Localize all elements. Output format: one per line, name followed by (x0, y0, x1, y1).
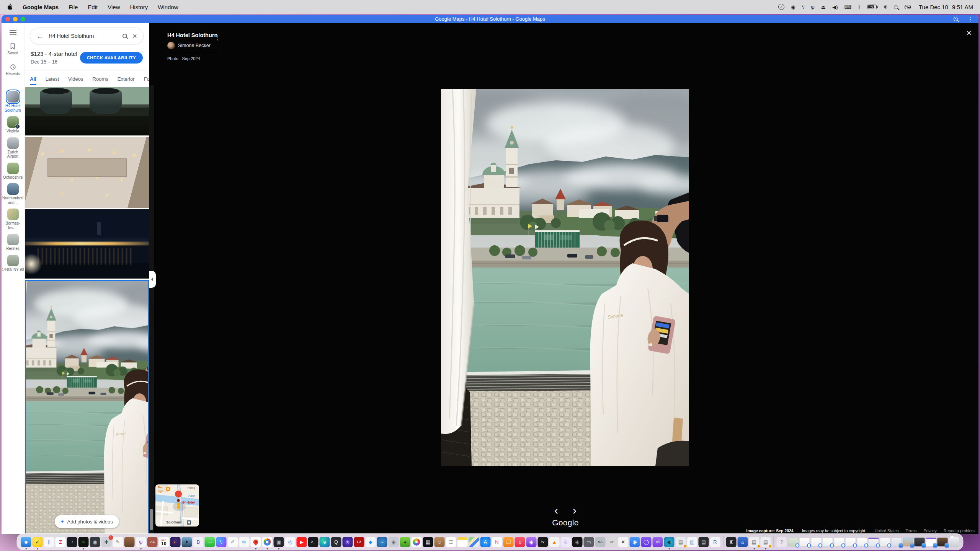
firefox-dock-icon[interactable]: ◐ (170, 537, 181, 547)
tab-food[interactable]: Food (144, 72, 149, 86)
youtube-dock-icon[interactable]: ▶ (297, 537, 307, 547)
footer-link-united-states[interactable]: United States (875, 528, 899, 533)
menu-item-view[interactable]: View (108, 4, 120, 10)
balcony-river-view-photo[interactable]: Simone (25, 280, 149, 534)
minimized-finder-window-dock-icon[interactable] (892, 538, 902, 546)
main-menu-icon[interactable] (10, 32, 16, 33)
tab-latest[interactable]: Latest (46, 72, 59, 86)
minimized-doc-window-dock-icon[interactable] (880, 538, 890, 546)
menu-item-file[interactable]: File (69, 4, 78, 10)
photo-author-row[interactable]: Simone Becker (167, 42, 218, 49)
wifi-fan-icon[interactable]: ❋ (883, 4, 887, 10)
calendar-dock-icon[interactable]: DEC10 (159, 537, 169, 547)
app-store-dock-icon[interactable]: A (480, 537, 491, 547)
check-app-dock-icon[interactable]: ✓ (33, 537, 43, 547)
keyboard-input-icon[interactable]: ⌨ (844, 4, 851, 10)
tab-videos[interactable]: Videos (68, 72, 83, 86)
app-circle-icon[interactable]: ◉ (791, 4, 795, 10)
minimized-chrome-window-dock-icon[interactable] (811, 538, 822, 546)
saved-button[interactable]: Saved (7, 43, 18, 55)
minimized-chrome-window-dock-icon[interactable] (834, 538, 844, 546)
minimized-chrome-window-dock-icon[interactable] (846, 538, 856, 546)
trash-dock-icon[interactable] (949, 537, 959, 547)
photo-list-scrollbar[interactable] (149, 85, 154, 534)
x-app-dock-icon[interactable]: ✕ (618, 537, 629, 547)
textedit-dock-icon[interactable]: ✎ (113, 537, 123, 547)
back-arrow-icon[interactable]: ← (36, 32, 43, 40)
music-dock-icon[interactable]: ♫ (515, 537, 525, 547)
hotel-atrium-photo[interactable] (25, 137, 149, 208)
r-stats-dock-icon[interactable]: R (710, 537, 720, 547)
scanner-app-dock-icon[interactable]: ▤ (699, 537, 709, 547)
figure-app-dock-icon[interactable]: ♘ (561, 537, 571, 547)
printer-utility-dock-icon[interactable]: ▤ (676, 537, 686, 547)
messages-dock-icon[interactable]: ⋯ (205, 537, 215, 547)
quicktime-dock-icon[interactable]: Q (331, 537, 341, 547)
usb-status-icon[interactable]: ψ (811, 4, 815, 10)
author-avatar[interactable] (167, 42, 175, 49)
printer-3-dock-icon[interactable]: ▤ (761, 537, 771, 547)
collapse-panel-handle[interactable] (149, 271, 156, 288)
books-dock-icon[interactable]: ❐ (503, 537, 514, 547)
messenger-dock-icon[interactable]: ϟ (216, 537, 227, 547)
styling-app-dock-icon[interactable] (124, 537, 135, 547)
control-center-icon[interactable] (905, 5, 911, 9)
google-maps-dock-icon[interactable] (251, 537, 261, 547)
bluetooth-icon[interactable]: ᛒ (858, 4, 861, 10)
diagnostics-app-dock-icon[interactable]: ✚1 (101, 537, 112, 547)
apple-maps-dock-icon[interactable] (469, 537, 479, 547)
safari-dock-icon[interactable]: ◎ (285, 537, 296, 547)
window-menu-icon[interactable]: ⋮ (968, 16, 973, 22)
minimized-art-window-dock-icon[interactable] (938, 538, 948, 546)
dictionary-2-dock-icon[interactable]: AA (595, 537, 606, 547)
menu-item-history[interactable]: History (130, 4, 148, 10)
minimized-calendar-window-dock-icon[interactable] (926, 538, 936, 546)
kindle-dock-icon[interactable]: ✦ (182, 537, 192, 547)
webcam-app-dock-icon[interactable]: ◉ (664, 537, 675, 547)
spotlight-search-icon[interactable] (894, 5, 898, 9)
measure-app-dock-icon[interactable]: ✐ (228, 537, 238, 547)
volume-icon[interactable]: ◀) (832, 4, 838, 10)
tab-all[interactable]: All (30, 72, 36, 86)
chrome-dock-icon[interactable] (262, 537, 273, 547)
minimized-chrome-window-dock-icon[interactable] (857, 538, 867, 546)
author-name[interactable]: Simone Becker (178, 43, 211, 48)
minimized-chrome-window-dock-icon[interactable] (823, 538, 833, 546)
dark-figure-app-dock-icon[interactable]: ♜ (726, 537, 737, 547)
fax-center-dock-icon[interactable]: ▥ (687, 537, 697, 547)
apple-logo-icon[interactable] (7, 3, 13, 10)
frog-app-dock-icon[interactable]: ◕ (400, 537, 410, 547)
previous-photo-button[interactable]: ‹ (549, 503, 564, 518)
openoffice-dock-icon[interactable]: ~ (377, 537, 387, 547)
recent-place-ny90[interactable]: 14408 NY-90 (2, 255, 24, 272)
zoom-app-dock-icon[interactable]: ◉ (630, 537, 640, 547)
photos-dock-icon[interactable] (412, 537, 422, 547)
apple-tv-dock-icon[interactable]: tv (538, 537, 548, 547)
eject-icon[interactable]: ⏏ (821, 4, 826, 10)
missing-app-dock-icon[interactable]: ? (777, 537, 787, 547)
mail-dock-icon[interactable]: ✉ (239, 537, 250, 547)
shortcuts-bolt-icon[interactable]: ϟ (802, 4, 805, 10)
battery-charging-icon[interactable]: ϟ (867, 5, 877, 9)
menu-item-edit[interactable]: Edit (88, 4, 98, 10)
mini-map[interactable]: Bar nge Ritterq Aare H4 Hotel Solothurn (155, 484, 199, 527)
tab-rooms[interactable]: Rooms (93, 72, 108, 86)
minimize-window-button[interactable] (13, 17, 18, 21)
edge-dock-icon[interactable]: e (320, 537, 330, 547)
minimized-dark-window-dock-icon[interactable] (915, 538, 925, 546)
recent-place-zurich[interactable]: Zurich Airport (2, 137, 24, 159)
minimized-photo-window-dock-icon[interactable] (903, 538, 913, 546)
recent-place-virginia[interactable]: 2Virginia (2, 116, 24, 134)
recents-button[interactable]: Recents (6, 64, 20, 76)
printer-2-dock-icon[interactable]: ▤ (749, 537, 760, 547)
minimized-sheet-window-dock-icon[interactable] (869, 538, 879, 546)
imovie-dock-icon[interactable]: ★ (343, 537, 353, 547)
zoom-out-icon[interactable] (954, 17, 958, 21)
news-dock-icon[interactable]: N (492, 537, 502, 547)
b-writer-dock-icon[interactable]: B (193, 537, 204, 547)
active-app-name[interactable]: Google Maps (23, 4, 59, 10)
terminal-dock-icon[interactable]: >_ (308, 537, 318, 547)
notes-dock-icon[interactable] (457, 537, 468, 547)
bluetooth-exchange-dock-icon[interactable]: ᛒ (44, 537, 54, 547)
vlc-dock-icon[interactable]: ▲ (549, 537, 560, 547)
